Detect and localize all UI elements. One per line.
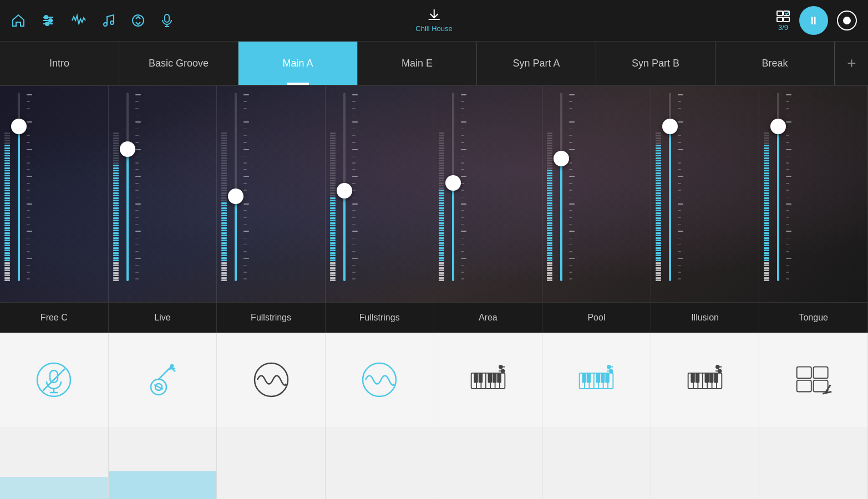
svg-point-62 [610, 369, 613, 373]
add-tab-button[interactable]: + [835, 42, 868, 85]
svg-rect-40 [488, 373, 491, 383]
fader-knob-4[interactable] [337, 183, 352, 198]
svg-rect-72 [705, 373, 709, 383]
instrument-cell-5[interactable] [434, 333, 543, 427]
tab-basic-groove[interactable]: Basic Groove [119, 42, 238, 85]
channels-container [0, 86, 868, 302]
tab-main-a[interactable]: Main A [238, 42, 358, 85]
instrument-cell-1[interactable] [0, 333, 109, 427]
channel-6 [542, 86, 651, 302]
svg-point-44 [499, 365, 502, 369]
label-ch6: Pool [542, 303, 651, 333]
instrument-cell-2[interactable] [109, 333, 217, 427]
svg-point-60 [608, 365, 611, 369]
label-ch7: Illusion [651, 303, 760, 333]
fader-track-7 [668, 93, 672, 281]
channel-1 [0, 86, 109, 302]
tabs-bar: Intro Basic Groove Main A Main E Syn Par… [0, 42, 868, 86]
pause-icon: ⏸ [808, 14, 819, 27]
fader-knob-5[interactable] [445, 175, 461, 191]
channel-2 [109, 86, 217, 302]
channel-7 [651, 86, 760, 302]
home-icon[interactable] [11, 13, 26, 28]
svg-rect-15 [777, 17, 783, 22]
svg-rect-16 [784, 17, 789, 22]
bottom-indicator-1 [0, 477, 108, 499]
svg-rect-81 [796, 380, 811, 392]
fader-track-5 [451, 93, 455, 281]
fader-knob-6[interactable] [554, 151, 569, 166]
svg-rect-58 [606, 373, 610, 383]
tick-marks-6 [569, 93, 577, 281]
svg-line-18 [43, 369, 65, 391]
svg-rect-79 [796, 367, 811, 379]
svg-rect-80 [813, 367, 828, 379]
tick-marks-5 [461, 93, 469, 281]
tick-marks-8 [786, 93, 794, 281]
music-note-icon[interactable] [102, 13, 115, 28]
instrument-cell-4[interactable] [326, 333, 434, 427]
fader-knob-7[interactable] [662, 119, 678, 134]
svg-rect-9 [165, 14, 169, 22]
svg-point-7 [110, 21, 114, 24]
bottom-cell-5 [434, 427, 543, 499]
bottom-cell-2 [109, 427, 217, 499]
label-ch5: Area [434, 303, 543, 333]
instrument-cell-7[interactable] [651, 333, 760, 427]
instrument-cell-3[interactable] [217, 333, 326, 427]
counter-text: 3/9 [778, 23, 788, 32]
instrument-cell-8[interactable] [759, 333, 868, 427]
svg-rect-82 [813, 380, 828, 392]
fader-track-6 [559, 93, 564, 281]
microphone-icon[interactable] [161, 13, 173, 28]
label-ch3: Fullstrings [217, 303, 326, 333]
loop-icon[interactable] [131, 13, 145, 28]
svg-rect-56 [597, 373, 600, 383]
tab-intro[interactable]: Intro [0, 42, 119, 85]
bottom-cell-7 [651, 427, 760, 499]
mixer-area [0, 86, 868, 302]
svg-point-29 [255, 363, 288, 396]
bottom-cell-1 [0, 427, 109, 499]
svg-point-46 [501, 369, 505, 373]
fader-knob-3[interactable] [228, 189, 243, 204]
svg-point-5 [45, 22, 49, 26]
fader-knob-8[interactable] [770, 119, 786, 134]
nav-icons-left [11, 13, 173, 28]
tab-syn-part-b[interactable]: Syn Part B [596, 42, 715, 85]
fader-knob-2[interactable] [120, 141, 135, 157]
tab-syn-part-a[interactable]: Syn Part A [477, 42, 596, 85]
fader-track-8 [776, 93, 780, 281]
svg-rect-41 [493, 373, 496, 383]
svg-point-78 [718, 369, 722, 373]
bottom-cell-8 [759, 427, 868, 499]
channel-labels-row: Free C Live Fullstrings Fullstrings Area… [0, 302, 868, 333]
bottom-section [0, 427, 868, 499]
tick-marks-2 [135, 93, 143, 281]
instrument-cell-6[interactable] [542, 333, 651, 427]
record-button[interactable] [837, 11, 857, 30]
svg-rect-39 [479, 373, 482, 383]
download-icon[interactable] [427, 8, 440, 23]
svg-rect-42 [498, 373, 501, 383]
pause-button[interactable]: ⏸ [799, 6, 828, 35]
tab-break[interactable]: Break [715, 42, 835, 85]
svg-rect-71 [696, 373, 699, 383]
sliders-icon[interactable] [41, 13, 55, 28]
fader-knob-1[interactable] [11, 119, 27, 134]
svg-point-1 [44, 16, 48, 19]
bottom-cell-3 [217, 427, 326, 499]
tick-marks-3 [243, 93, 251, 281]
bottom-cell-4 [326, 427, 434, 499]
svg-point-30 [363, 363, 396, 396]
channel-5 [434, 86, 543, 302]
channel-3 [217, 86, 326, 302]
fader-track-4 [342, 93, 347, 281]
waveform-icon[interactable] [71, 13, 87, 28]
fader-track-2 [125, 93, 130, 281]
svg-point-6 [104, 23, 107, 26]
tick-marks-4 [352, 93, 360, 281]
label-ch8: Tongue [759, 303, 868, 333]
record-icon [843, 17, 851, 24]
tab-main-e[interactable]: Main E [358, 42, 477, 85]
